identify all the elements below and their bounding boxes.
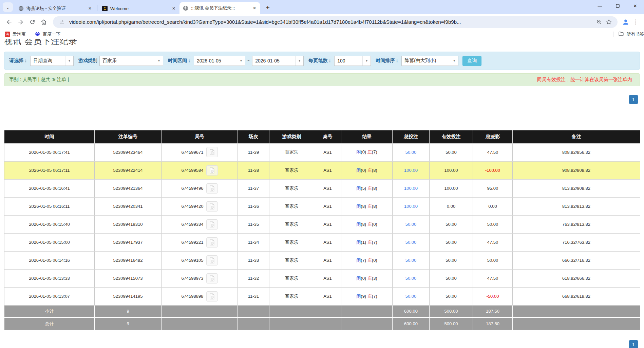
chevron-down-icon[interactable]: ▼ xyxy=(295,56,303,66)
forward-button[interactable] xyxy=(15,16,26,28)
footer-label: 小计 xyxy=(4,305,95,317)
minimize-button[interactable]: — xyxy=(591,0,609,12)
cell-total-bet-link[interactable]: 50.00 xyxy=(393,215,430,233)
cell-result: 闲(9) 庄(7) xyxy=(341,287,393,305)
tab-haiyan-forum[interactable]: 海燕论坛 - 安全验证 ✕ xyxy=(15,3,96,14)
video-replay-button[interactable] xyxy=(206,273,218,283)
page-1-button[interactable]: 1 xyxy=(629,340,638,348)
video-replay-button[interactable] xyxy=(206,219,218,230)
zoom-icon[interactable] xyxy=(594,17,604,27)
video-replay-button[interactable] xyxy=(206,147,218,157)
cell-total-bet-link[interactable]: 50.00 xyxy=(393,233,430,251)
cell-valid-bet: 50.00 xyxy=(430,233,473,251)
maximize-button[interactable] xyxy=(609,0,626,12)
cell-table-number: AS1 xyxy=(314,179,341,197)
reload-button[interactable] xyxy=(26,16,38,28)
cell-result: 闲(8) 庄(8) xyxy=(341,197,393,215)
video-replay-button[interactable] xyxy=(206,255,218,265)
video-replay-button[interactable] xyxy=(206,201,218,212)
close-icon[interactable]: ✕ xyxy=(251,5,258,11)
video-replay-button[interactable] xyxy=(206,237,218,248)
date-from-select[interactable]: 2026-01-05 ▼ xyxy=(194,56,245,66)
new-tab-button[interactable]: + xyxy=(263,3,272,12)
video-replay-button[interactable] xyxy=(206,183,218,194)
result-player: 闲 xyxy=(356,276,361,281)
cell-round-number: 674599105 xyxy=(162,251,238,269)
footer-total-bet: 600.00 xyxy=(393,317,430,330)
round-number: 674599105 xyxy=(181,258,203,263)
back-button[interactable] xyxy=(3,16,15,28)
query-mode-select[interactable]: 日期查询 ▼ xyxy=(30,56,74,66)
bookmark-taobao[interactable]: 淘 爱淘宝 xyxy=(5,31,26,37)
filter-bar: 请选择： 日期查询 ▼ 游戏类别 百家乐 ▼ 时间区间： 2026-01-05 … xyxy=(4,52,640,70)
chevron-down-icon[interactable]: ▼ xyxy=(450,56,458,66)
cell-bet-id: 523099417937 xyxy=(95,233,162,251)
cell-total-bet-link[interactable]: 100.00 xyxy=(393,179,430,197)
chevron-down-icon[interactable]: ▼ xyxy=(155,56,163,66)
cell-total-bet-link[interactable]: 100.00 xyxy=(393,197,430,215)
result-player: 闲 xyxy=(356,240,361,245)
result-banker: 庄 xyxy=(367,240,372,245)
cell-result: 闲(0) 庄(3) xyxy=(341,269,393,287)
column-header: 场次 xyxy=(238,130,269,143)
cell-game-type: 百家乐 xyxy=(269,197,314,215)
chevron-down-icon[interactable]: ▼ xyxy=(237,56,245,66)
cell-total-bet-link[interactable]: 50.00 xyxy=(393,287,430,305)
close-icon[interactable]: ✕ xyxy=(87,5,93,12)
game-type-select[interactable]: 百家乐 ▼ xyxy=(99,56,163,66)
cell-session: 11-34 xyxy=(238,233,269,251)
close-window-button[interactable]: ✕ xyxy=(626,0,644,12)
url-text[interactable]: videoie.com/ipl/portal.php/game/betrecor… xyxy=(69,19,591,25)
result-banker: 庄 xyxy=(367,168,372,173)
cell-bet-id: 523099422414 xyxy=(95,161,162,179)
profile-avatar[interactable] xyxy=(621,17,630,27)
home-button[interactable] xyxy=(38,16,50,28)
result-player: 闲 xyxy=(356,294,361,299)
cell-bet-id: 523099414195 xyxy=(95,287,162,305)
cell-total-bet-link[interactable]: 100.00 xyxy=(393,161,430,179)
cell-payout: 47.50 xyxy=(473,143,513,161)
date-to-select[interactable]: 2026-01-05 ▼ xyxy=(252,56,304,66)
search-button[interactable]: 查询 xyxy=(462,56,481,66)
sort-order-select[interactable]: 降冪(由大到小) ▼ xyxy=(401,56,458,66)
video-replay-button[interactable] xyxy=(206,291,218,301)
table-row: 2026-01-05 06:13:33 523099415073 6745989… xyxy=(4,269,640,287)
cell-payout: 50.00 xyxy=(473,251,513,269)
cell-session: 11-32 xyxy=(238,269,269,287)
footer-valid-bet: 500.00 xyxy=(430,305,473,317)
cell-total-bet-link[interactable]: 50.00 xyxy=(393,143,430,161)
bookmark-label: 百度一下 xyxy=(43,31,60,37)
tab-betting-records-active[interactable]: :::视讯 会员下注纪录::: ✕ xyxy=(179,2,260,14)
bookmarks-divider xyxy=(613,32,613,37)
footer-payout: 187.50 xyxy=(473,317,513,330)
cell-table-number: AS1 xyxy=(314,251,341,269)
bookmark-baidu[interactable]: 百度一下 xyxy=(35,31,60,38)
cell-bet-id: 523099420341 xyxy=(95,197,162,215)
result-player: 闲 xyxy=(356,168,361,173)
address-bar[interactable]: videoie.com/ipl/portal.php/game/betrecor… xyxy=(53,16,618,28)
result-player-score: (0) xyxy=(361,149,366,154)
close-icon[interactable]: ✕ xyxy=(171,5,177,12)
all-bookmarks[interactable]: 所有书签 xyxy=(613,31,644,38)
browser-menu-icon[interactable]: ⋮ xyxy=(630,18,641,25)
cell-bet-id: 523099415073 xyxy=(95,269,162,287)
cell-game-type: 百家乐 xyxy=(269,143,314,161)
chevron-down-icon[interactable]: ▼ xyxy=(362,56,371,66)
result-player: 闲 xyxy=(356,222,361,227)
cell-result: 闲(1) 庄(7) xyxy=(341,233,393,251)
cell-total-bet-link[interactable]: 50.00 xyxy=(393,269,430,287)
cell-game-type: 百家乐 xyxy=(269,269,314,287)
tab-welcome[interactable]: Welcome ✕ xyxy=(99,3,179,14)
tab-search-button[interactable]: ⌄ xyxy=(3,2,13,12)
page-size-select[interactable]: 100 ▼ xyxy=(334,56,371,66)
cell-total-bet-link[interactable]: 50.00 xyxy=(393,251,430,269)
site-settings-tune-icon[interactable] xyxy=(57,17,67,27)
cell-bet-id: 523099421364 xyxy=(95,179,162,197)
page-1-button[interactable]: 1 xyxy=(629,95,638,104)
bookmark-star-icon[interactable] xyxy=(604,17,613,27)
page-content: 视讯 会员下注纪录 请选择： 日期查询 ▼ 游戏类别 百家乐 ▼ 时间区间： 2… xyxy=(0,39,644,348)
chevron-down-icon[interactable]: ▼ xyxy=(65,56,73,66)
result-player-score: (8) xyxy=(361,222,366,227)
cell-session: 11-31 xyxy=(238,287,269,305)
video-replay-button[interactable] xyxy=(206,165,218,176)
